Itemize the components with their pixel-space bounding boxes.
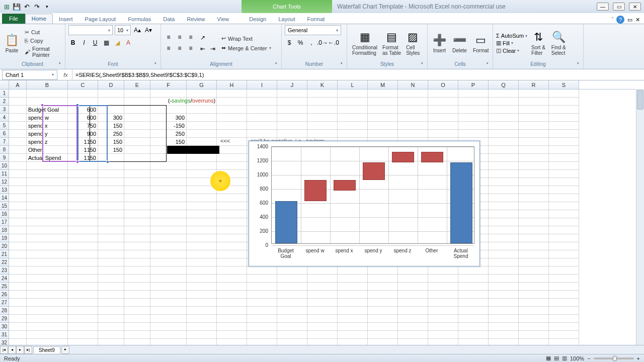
paste-button[interactable]: 📋 Paste: [3, 33, 21, 54]
row-header-16[interactable]: 16: [0, 210, 9, 218]
align-right-icon[interactable]: ≡: [186, 44, 195, 53]
tab-layout[interactable]: Layout: [272, 15, 301, 24]
zoom-slider[interactable]: [594, 357, 634, 359]
select-all-corner[interactable]: [0, 80, 9, 89]
row-header-15[interactable]: 15: [0, 202, 9, 210]
row-header-3[interactable]: 3: [0, 106, 9, 114]
row-header-6[interactable]: 6: [0, 130, 9, 138]
cell-styles-button[interactable]: ▨Cell Styles: [404, 30, 422, 57]
row-header-28[interactable]: 28: [0, 307, 9, 315]
name-box[interactable]: Chart 1▾: [2, 70, 57, 80]
row-header-14[interactable]: 14: [0, 194, 9, 202]
col-header-G[interactable]: G: [187, 80, 217, 89]
zoom-out-button[interactable]: −: [587, 355, 590, 361]
clear-button[interactable]: ◫Clear▾: [496, 47, 527, 54]
maximize-button[interactable]: ▭: [613, 3, 625, 11]
delete-cells-button[interactable]: ➖Delete: [450, 33, 469, 54]
zoom-in-button[interactable]: +: [637, 355, 640, 361]
ribbon-minimize-icon[interactable]: ˇ: [612, 17, 613, 23]
merge-center-button[interactable]: ⬌Merge & Center ▾: [219, 44, 273, 52]
view-normal-icon[interactable]: ▦: [546, 355, 551, 361]
wrap-text-button[interactable]: ↩Wrap Text: [219, 35, 273, 42]
bar-Budget-Goal[interactable]: [275, 201, 297, 243]
row-header-4[interactable]: 4: [0, 114, 9, 122]
align-middle-icon[interactable]: ≡: [175, 33, 184, 42]
fill-color-button[interactable]: ◢: [113, 38, 122, 47]
vertical-scrollbar[interactable]: [636, 89, 644, 347]
fill-button[interactable]: ▥Fill▾: [496, 40, 527, 46]
last-sheet-button[interactable]: ▸|: [24, 346, 32, 354]
formula-input[interactable]: =SERIES(,Sheet9!$B$3:$B$9,Sheet9!$C$3:$C…: [72, 70, 644, 80]
qat-menu-icon[interactable]: ▾: [42, 2, 51, 11]
row-header-19[interactable]: 19: [0, 234, 9, 242]
row-header-29[interactable]: 29: [0, 315, 9, 323]
zoom-thumb[interactable]: [613, 356, 617, 361]
col-header-L[interactable]: L: [338, 80, 368, 89]
row-header-9[interactable]: 9: [0, 154, 9, 162]
col-header-C[interactable]: C: [68, 80, 98, 89]
bar-spend-w[interactable]: [304, 180, 327, 201]
sel-handle-2-tl[interactable]: [41, 104, 44, 107]
bar-spend-y[interactable]: [363, 162, 385, 180]
font-name-select[interactable]: ▾: [68, 25, 113, 35]
comma-icon[interactable]: ,: [307, 38, 316, 47]
bar-Actual-Spend[interactable]: [450, 162, 472, 243]
bold-button[interactable]: B: [68, 38, 77, 47]
col-header-D[interactable]: D: [98, 80, 124, 89]
row-header-23[interactable]: 23: [0, 266, 9, 275]
row-header-21[interactable]: 21: [0, 250, 9, 258]
col-header-B[interactable]: B: [27, 80, 68, 89]
col-header-H[interactable]: H: [217, 80, 247, 89]
number-format-select[interactable]: General▾: [285, 25, 341, 35]
save-icon[interactable]: 💾: [12, 2, 21, 11]
new-sheet-button[interactable]: ✦: [61, 346, 69, 354]
scroll-thumb[interactable]: [637, 89, 643, 110]
tab-data[interactable]: Data: [157, 15, 181, 24]
row-header-7[interactable]: 7: [0, 138, 9, 146]
tab-review[interactable]: Review: [181, 15, 211, 24]
increase-indent-icon[interactable]: ⇥: [208, 44, 217, 53]
cut-button[interactable]: ✂Cut: [23, 29, 62, 36]
row-header-26[interactable]: 26: [0, 291, 9, 299]
col-header-S[interactable]: S: [549, 80, 579, 89]
col-header-F[interactable]: F: [150, 80, 187, 89]
col-header-M[interactable]: M: [368, 80, 398, 89]
next-sheet-button[interactable]: ▸: [16, 346, 24, 354]
sel-handle-br[interactable]: [106, 160, 109, 163]
sel-handle-2-br[interactable]: [76, 160, 79, 163]
increase-decimal-icon[interactable]: .0→: [318, 38, 327, 47]
row-header-12[interactable]: 12: [0, 178, 9, 186]
underline-button[interactable]: U: [91, 38, 100, 47]
row-header-5[interactable]: 5: [0, 122, 9, 130]
row-header-11[interactable]: 11: [0, 170, 9, 178]
col-header-N[interactable]: N: [398, 80, 428, 89]
row-header-27[interactable]: 27: [0, 299, 9, 307]
font-size-select[interactable]: 10▾: [115, 25, 131, 35]
close-button[interactable]: ✕: [629, 3, 641, 11]
align-left-icon[interactable]: ≡: [164, 44, 173, 53]
prev-sheet-button[interactable]: ◂: [8, 346, 16, 354]
align-top-icon[interactable]: ≡: [164, 33, 173, 42]
orientation-icon[interactable]: ↗: [198, 33, 207, 42]
italic-button[interactable]: I: [79, 38, 89, 47]
conditional-formatting-button[interactable]: ▦Conditional Formatting: [350, 30, 379, 57]
col-header-K[interactable]: K: [307, 80, 338, 89]
embedded-chart[interactable]: 0200400600800100012001400Budget Goalspen…: [249, 141, 480, 266]
border-button[interactable]: ▦: [102, 38, 111, 47]
fx-button[interactable]: fx: [59, 70, 72, 80]
row-header-18[interactable]: 18: [0, 226, 9, 234]
plot-area[interactable]: [271, 146, 474, 244]
row-header-24[interactable]: 24: [0, 275, 9, 283]
grow-font-icon[interactable]: A▴: [133, 26, 142, 35]
percent-icon[interactable]: %: [296, 38, 305, 47]
currency-icon[interactable]: $: [285, 38, 294, 47]
sort-filter-button[interactable]: ⇅Sort & Filter: [529, 30, 547, 57]
zoom-level[interactable]: 100%: [570, 355, 584, 361]
col-header-Q[interactable]: Q: [489, 80, 519, 89]
redo-icon[interactable]: ↷: [32, 2, 41, 11]
col-header-A[interactable]: A: [9, 80, 27, 89]
file-tab[interactable]: File: [2, 14, 25, 24]
worksheet-grid[interactable]: ABCDEFGHIJKLMNOPQRS 12345678910111213141…: [0, 80, 644, 347]
autosum-button[interactable]: ΣAutoSum▾: [496, 33, 527, 39]
col-header-R[interactable]: R: [519, 80, 549, 89]
